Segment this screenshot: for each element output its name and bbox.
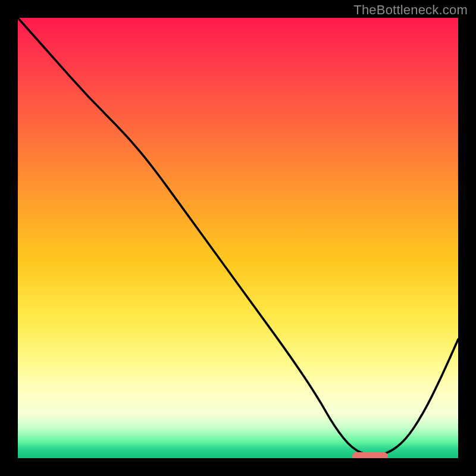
- curve-svg: [18, 18, 458, 458]
- watermark-text: TheBottleneck.com: [353, 2, 468, 18]
- minimum-marker: [352, 452, 387, 458]
- bottleneck-curve-path: [18, 18, 458, 455]
- plot-area: [18, 18, 458, 458]
- chart-frame: TheBottleneck.com: [0, 0, 476, 476]
